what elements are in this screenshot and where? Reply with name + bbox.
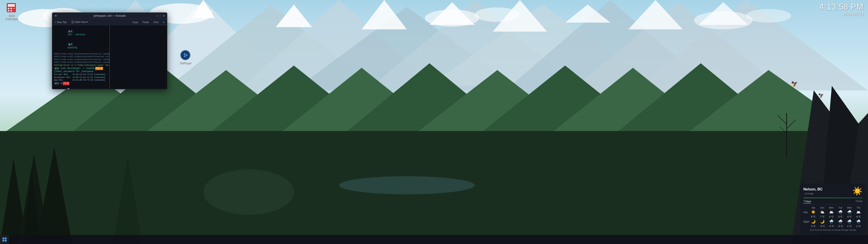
- desktop: 🦅 🦅: [0, 0, 868, 244]
- day-icon-mon: 🌥️: [827, 210, 835, 214]
- term-line-tab4: ● ▮ 71 B: [54, 82, 107, 85]
- clock-time: 4:13:58 PM: [819, 2, 864, 12]
- svg-rect-59: [13, 8, 15, 9]
- weather-night-temps-row: 3 °C -3 °C -3 °C -3 °C 1 °C 1 °C: [803, 225, 863, 227]
- temp-mon-day: 4 °C: [827, 216, 835, 218]
- temp-sun-day: 7 °C: [818, 216, 827, 218]
- terminal-title: johnspack: zsh — Konsole: [94, 14, 125, 18]
- svg-rect-60: [8, 10, 9, 11]
- weather-tab-details[interactable]: Details: [856, 200, 863, 204]
- chevron-down-icon: ▾: [87, 21, 88, 23]
- tab-dot-4: [55, 83, 57, 84]
- night-label: Night: [803, 220, 809, 223]
- calculator-icon-img: [6, 2, 17, 13]
- night-icon-sun: 🌙: [818, 219, 827, 224]
- smplayer-icon-img: [180, 50, 191, 61]
- day-tue: Tue: [836, 207, 844, 209]
- smplayer-icon[interactable]: SMPlayer: [176, 50, 194, 65]
- weather-wind-value: 3.3 m/s: [805, 192, 813, 195]
- day-temps: 9 °C 7 °C 4 °C 3 °C 4 °C 4 °C: [809, 216, 863, 218]
- tab-dot-2: [69, 44, 70, 45]
- weather-current: Nelson, BC ↑ 3.3 m/s ☀️: [803, 186, 863, 196]
- svg-text:🦅: 🦅: [791, 81, 798, 87]
- terminal-maximize-btn[interactable]: □: [160, 14, 161, 18]
- svg-point-46: [339, 176, 475, 194]
- night-icon-tue: 🌧️: [836, 219, 844, 224]
- term-permanent-mac: Permanent MAC: 78:85:C2:a4:72:53 [unknow…: [54, 76, 107, 79]
- term-line-success: Configuration in C:/home/johnspack/.wine…: [54, 64, 107, 67]
- svg-text:🦅: 🦅: [818, 93, 824, 98]
- terminal-window-controls: [54, 15, 59, 17]
- terminal-tab-dot: [55, 15, 57, 17]
- weather-location: Nelson, BC: [803, 187, 823, 191]
- svg-rect-67: [2, 238, 4, 239]
- term-password-prompt: [sudo] password for johnspack:: [54, 70, 107, 73]
- tab-indicator-3: ●: [54, 67, 59, 70]
- svg-rect-68: [5, 238, 6, 239]
- weather-day-temps-row: 9 °C 7 °C 4 °C 3 °C 4 °C 4 °C: [803, 216, 863, 218]
- night-temps: 3 °C -3 °C -3 °C -3 °C 1 °C 1 °C: [809, 225, 863, 227]
- menu-button[interactable]: ≡: [162, 20, 166, 24]
- day-icon-tue: 🌧️: [836, 210, 844, 214]
- terminal-window: johnspack: zsh — Konsole ─ □ ✕ + New Tab…: [52, 12, 167, 89]
- temp-sun-night: -3 °C: [818, 225, 827, 227]
- day-label: Day: [803, 211, 809, 214]
- badge-71b: 71 B: [63, 82, 69, 85]
- term-cursor-line: [54, 85, 107, 89]
- day-icon-sun: ⛅: [818, 210, 827, 214]
- weather-night-row: Night 🌙 🌙 🌧️ 🌧️ 🌧️ 🌧️: [803, 219, 863, 224]
- badge-244b: 244 B: [95, 67, 103, 70]
- svg-point-54: [746, 9, 791, 23]
- term-line: ● winecfg: [54, 39, 107, 53]
- calculator-label: GNU Calculator: [2, 14, 20, 21]
- start-icon: [2, 237, 7, 242]
- term-line-error1: 0348:fixme:ntdll:EtwEventSetInformation …: [54, 53, 107, 56]
- day-sun: Sun: [818, 207, 827, 209]
- night-icon-sat: 🌙: [809, 219, 817, 224]
- temp-tue-day: 3 °C: [836, 216, 844, 218]
- temp-wed-night: 1 °C: [845, 225, 854, 227]
- term-line-error4: 0354:fixme:ntdll:EtwEventSetInformation …: [54, 61, 107, 64]
- term-line-error2: 0354:fixme:ntdll:NtQuerySystemInformatio…: [54, 55, 107, 58]
- split-view-button[interactable]: ⬛ Split View ▾: [70, 20, 89, 24]
- calculator-icon[interactable]: GNU Calculator: [2, 2, 20, 21]
- svg-point-52: [475, 7, 520, 22]
- temp-sat-night: 3 °C: [809, 225, 817, 227]
- temp-tue-night: -3 °C: [836, 225, 844, 227]
- paste-button[interactable]: Paste: [141, 20, 150, 24]
- weather-main-icon: ☀️: [852, 186, 863, 196]
- weather-details-link[interactable]: More from Environment & Climate Change C…: [803, 229, 863, 231]
- terminal-close-btn[interactable]: ✕: [162, 14, 165, 18]
- smplayer-label: SMPlayer: [180, 61, 191, 65]
- day-icons: ☀️ ⛅ 🌥️ 🌧️ 🌧️ 🌥️: [809, 210, 863, 214]
- day-icon-thu: 🌥️: [855, 210, 863, 214]
- terminal-cursor: [68, 88, 69, 89]
- start-button[interactable]: [0, 235, 9, 244]
- svg-point-53: [694, 11, 753, 29]
- temp-thu-day: 4 °C: [855, 216, 863, 218]
- taskbar: [0, 235, 868, 244]
- term-new-mac: New MAC: A2:51:85:fd:75:53 [unknown]: [54, 79, 107, 82]
- svg-point-37: [204, 170, 294, 215]
- weather-widget: Nelson, BC ↑ 3.3 m/s ☀️ 7 Days Details S…: [800, 184, 866, 234]
- terminal-tab-indicator: [54, 15, 58, 17]
- svg-rect-62: [13, 10, 15, 11]
- plus-icon: +: [55, 21, 56, 24]
- temp-mon-night: -3 °C: [827, 225, 835, 227]
- new-tab-button[interactable]: + New Tab: [54, 20, 68, 24]
- term-line-error3: 0354:fixme:ntdll:EtwEventSetInformation …: [54, 58, 107, 61]
- svg-rect-61: [10, 10, 12, 11]
- find-button[interactable]: Find: [152, 20, 160, 24]
- weather-tab-7days[interactable]: 7 Days: [803, 200, 811, 204]
- terminal-toolbar: + New Tab ⬛ Split View ▾ Copy Paste Find…: [52, 19, 167, 25]
- wind-icon: ↑: [803, 192, 805, 195]
- terminal-pane-right[interactable]: [110, 25, 167, 89]
- terminal-pane-left[interactable]: ● zsh --version ● winecfg 0348:fixme:ntd…: [52, 25, 110, 89]
- day-wed: Wed: [845, 207, 854, 209]
- day-icon-wed: 🌧️: [845, 210, 854, 214]
- copy-button[interactable]: Copy: [131, 20, 140, 24]
- terminal-minimize-btn[interactable]: ─: [156, 14, 158, 18]
- tab-dot-3: [55, 68, 57, 69]
- term-line: ● zsh --version: [54, 27, 107, 39]
- night-icon-wed: 🌧️: [845, 219, 854, 224]
